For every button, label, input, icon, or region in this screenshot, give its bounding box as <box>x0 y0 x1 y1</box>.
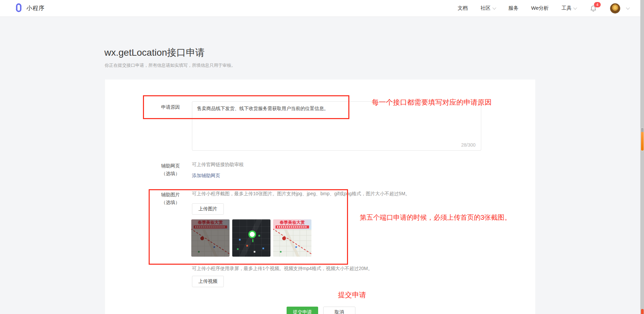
scrollbar-track[interactable] <box>640 0 644 314</box>
submit-button[interactable]: 提交申请 <box>287 307 318 314</box>
nav-item-weanalytics[interactable]: We分析 <box>531 5 549 11</box>
annotation-images-note: 第五个端口申请的时候，必须上传首页的3张截图。 <box>360 213 511 222</box>
chevron-down-icon <box>626 6 630 9</box>
nav-item-tools[interactable]: 工具 <box>561 5 577 11</box>
web-label-line2: （选填） <box>141 170 180 177</box>
nav-item-label: 社区 <box>481 5 491 11</box>
cancel-button[interactable]: 取消 <box>323 307 355 314</box>
miniprogram-logo-icon <box>13 3 23 14</box>
add-web-link[interactable]: 添加辅助网页 <box>192 173 220 179</box>
avatar <box>610 3 620 13</box>
scrollbar-bottom-marker <box>641 309 644 314</box>
nav-item-label: We分析 <box>531 5 549 11</box>
chevron-down-icon <box>492 6 496 9</box>
notifications-button[interactable]: 4 <box>589 4 597 12</box>
bell-icon <box>589 8 597 13</box>
web-label: 辅助网页 （选填） <box>141 162 180 177</box>
upload-video-button[interactable]: 上传视频 <box>192 276 224 287</box>
page-subtitle: 你正在提交接口申请，所有信息请如实填写，所填信息只用于审核。 <box>105 62 236 68</box>
nav-item-services[interactable]: 服务 <box>508 5 518 11</box>
char-counter: 28/300 <box>461 142 476 148</box>
nav-item-community[interactable]: 社区 <box>481 5 496 11</box>
web-helper-text: 可上传官网链接协助审核 <box>192 162 244 168</box>
screen: 小程序 文档 社区 服务 We分析 工具 4 <box>0 0 644 314</box>
annotation-reason-note: 每一个接口都需要填写对应的申请原因 <box>372 98 492 107</box>
nav-item-label: 服务 <box>508 5 518 11</box>
chevron-down-icon <box>573 6 577 9</box>
annotation-submit-note: 提交申请 <box>338 290 366 300</box>
primary-nav: 文档 社区 服务 We分析 工具 4 <box>458 3 629 13</box>
web-label-line1: 辅助网页 <box>141 162 180 170</box>
top-navbar: 小程序 文档 社区 服务 We分析 工具 4 <box>0 0 644 17</box>
scrollbar-thumb[interactable] <box>641 128 644 151</box>
logo-text: 小程序 <box>27 4 45 12</box>
brand[interactable]: 小程序 <box>13 3 45 14</box>
video-helper-text: 可上传小程序使用录屏，最多上传1个视频。视频支持mp4格式，视频大小不超过20M… <box>192 266 373 272</box>
nav-item-label: 工具 <box>561 5 572 11</box>
page-title: wx.getLocation接口申请 <box>104 46 205 59</box>
notification-badge: 4 <box>594 2 601 7</box>
nav-item-label: 文档 <box>458 5 468 11</box>
annotation-box-reason <box>143 95 349 119</box>
account-menu[interactable] <box>610 3 629 13</box>
annotation-box-images <box>149 189 348 265</box>
nav-item-docs[interactable]: 文档 <box>458 5 468 11</box>
